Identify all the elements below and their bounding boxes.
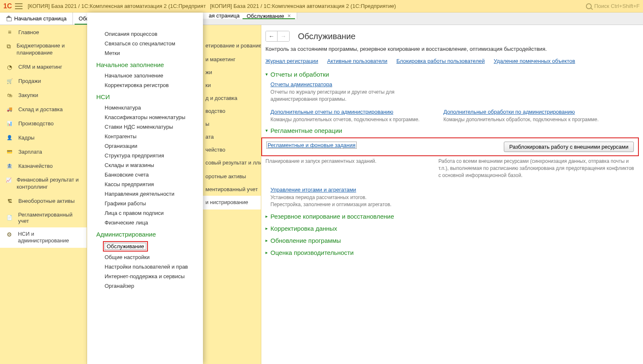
global-search[interactable]: Поиск Ctrl+Shift+F [586,3,640,9]
menu-maintenance-label: Обслуживание [105,243,146,250]
section-reports[interactable]: ▾ Отчеты и обработки [265,71,635,78]
highlighted-row: Регламентные и фоновые задания Разблокир… [261,137,639,156]
menu-bank-accounts[interactable]: Банковские счета [87,170,203,180]
sidebar-item-salary[interactable]: Зарплата [0,145,87,159]
menu-cash-registers[interactable]: Кассы предприятия [87,180,203,189]
link-active-users[interactable]: Активные пользователи [327,58,388,64]
sidebar-item-label: CRM и маркетинг [18,64,62,70]
menu-initial-fill[interactable]: Начальное заполнение [87,71,203,80]
link-admin-reports[interactable]: Отчеты администратора [270,81,332,87]
desc-additional-admin-reports: Команды дополнительных отчетов, подключе… [270,116,433,123]
menu-organizations[interactable]: Организации [87,141,203,151]
desc-totals-1: Установка периода рассчитанных итогов. [270,194,635,201]
section-ops-title: Регламентные операции [270,127,342,134]
menu-general-settings[interactable]: Общие настройки [87,252,203,262]
sidebar-item-sales[interactable]: Продажи [0,74,87,88]
asset-icon [6,197,13,205]
nav2-production[interactable]: водство [203,105,261,117]
sidebar-item-label: НСИ и администрирование [18,231,83,245]
sidebar-item-label: Производство [18,120,54,127]
menu-work-schedules[interactable]: Графики работы [87,199,203,208]
back-button[interactable]: ← [266,31,278,41]
tab-maintenance[interactable]: Обслуживание × [241,12,297,19]
nav2-budget[interactable]: етирование и рование [203,39,261,53]
sidebar-item-label: Внеоборотные активы [18,198,75,204]
list-icon [6,28,13,36]
menu-internet-support[interactable]: Интернет-поддержка и сервисы [87,272,203,281]
sidebar-item-warehouse[interactable]: Склад и доставка [0,102,87,117]
sidebar-item-regulated[interactable]: Регламентированный учет [0,208,87,227]
sidebar-item-assets[interactable]: Внеоборотные активы [0,194,87,208]
link-event-log[interactable]: Журнал регистрации [265,58,318,64]
sidebar-item-crm[interactable]: CRM и маркетинг [0,60,87,74]
menu-nomenclature[interactable]: Номенклатура [87,103,203,112]
titlebar: 1C [КОПИЯ] База 2021 / 1С:Комплексная ав… [0,0,643,12]
nav2-finance[interactable]: совый результат и ллинг [203,156,261,170]
secondary-sidebar: етирование и рование и маркетинг жи ки д… [203,25,261,364]
tab-partial-2[interactable]: ая страница [203,12,246,19]
link-delete-marked[interactable]: Удаление помеченных объектов [494,58,575,64]
desc-admin-reports: Отчеты по журналу регистрации и другие о… [270,89,412,103]
section-update[interactable]: ▸ Обновление программы [265,237,635,244]
section-performance[interactable]: ▸ Оценка производительности [265,249,635,256]
link-totals-aggregates[interactable]: Управление итогами и агрегатами [270,187,356,193]
sidebar-item-hr[interactable]: Кадры [0,131,87,145]
history-nav: ← → [265,31,290,42]
search-icon [586,3,592,9]
chevron-right-icon: ▸ [265,238,268,243]
sidebar-item-budget[interactable]: Бюджетирование и планирование [0,39,87,60]
nav2-crm[interactable]: и маркетинг [203,53,261,66]
menu-users-rights[interactable]: Настройки пользователей и прав [87,262,203,272]
window-title-1: [КОПИЯ] База 2021 / 1С:Комплексная автом… [28,3,205,9]
section-data-adjust[interactable]: ▸ Корректировка данных [265,225,635,232]
menu-signatories[interactable]: Лица с правом подписи [87,208,203,218]
nav2-nsi-admin[interactable]: и нистрирование [203,196,261,209]
menu-enterprise-structure[interactable]: Структура предприятия [87,151,203,160]
nav2-assets[interactable]: оротные активы [203,170,261,183]
nav2-salary[interactable]: ата [203,130,261,143]
home-icon [6,16,12,21]
menu-nomenclature-classifiers[interactable]: Классификаторы номенклатуры [87,112,203,122]
link-additional-admin-processing[interactable]: Дополнительные обработки по администриро… [443,109,575,115]
sidebar-item-treasury[interactable]: Казначейство [0,159,87,173]
truck-icon [6,106,13,113]
nav2-regulated[interactable]: ментированный учет [203,183,261,196]
menu-register-adjust[interactable]: Корректировка регистров [87,80,203,90]
unblock-external-button[interactable]: Разблокировать работу с внешними ресурса… [504,142,634,152]
bank-icon [6,162,13,170]
close-icon[interactable]: × [288,12,291,19]
nav2-hr[interactable]: ы [203,117,261,130]
section-backup-title: Резервное копирование и восстановление [270,213,394,220]
main-menu-icon[interactable] [15,3,23,9]
nav2-warehouse[interactable]: д и доставка [203,92,261,105]
menu-organizer[interactable]: Органайзер [87,281,203,291]
section-backup[interactable]: ▸ Резервное копирование и восстановление [265,213,635,220]
menu-process-descriptions[interactable]: Описания процессов [87,29,203,39]
sidebar-item-main[interactable]: Главное [0,25,87,39]
section-scheduled-ops[interactable]: ▾ Регламентные операции [265,127,635,134]
desc-additional-admin-processing: Команды дополнительных обработок, подклю… [443,116,625,123]
sidebar-item-label: Бюджетирование и планирование [17,42,83,57]
sidebar-item-nsi-admin[interactable]: НСИ и администрирование [0,227,87,248]
sidebar-item-production[interactable]: Производство [0,117,87,131]
menu-maintenance-highlighted[interactable]: Обслуживание [87,240,203,252]
tab-home[interactable]: Начальная страница [0,12,73,25]
nav2-purchases[interactable]: ки [203,79,261,92]
menu-counterparties[interactable]: Контрагенты [87,132,203,141]
menu-individuals[interactable]: Физические лица [87,218,203,227]
link-additional-admin-reports[interactable]: Дополнительные отчеты по администрирован… [270,109,393,115]
menu-warehouses-stores[interactable]: Склады и магазины [87,160,203,170]
menu-activity-directions[interactable]: Направления деятельности [87,189,203,199]
sidebar-item-label: Регламентированный учет [18,212,83,224]
chevron-right-icon: ▸ [265,226,268,231]
nav2-sales[interactable]: жи [203,66,261,79]
menu-labels[interactable]: Метки [87,48,203,58]
sidebar-item-finance[interactable]: Финансовый результат и контроллинг [0,173,87,194]
menu-vat-rates[interactable]: Ставки НДС номенклатуры [87,122,203,132]
sidebar-item-purchases[interactable]: Закупки [0,88,87,102]
nav2-treasury[interactable]: чейство [203,143,261,156]
menu-contact-specialist[interactable]: Связаться со специалистом [87,39,203,48]
sidebar-item-label: Финансовый результат и контроллинг [17,177,83,191]
link-scheduled-jobs[interactable]: Регламентные и фоновые задания [266,142,357,149]
link-block-users[interactable]: Блокировка работы пользователей [396,58,485,64]
